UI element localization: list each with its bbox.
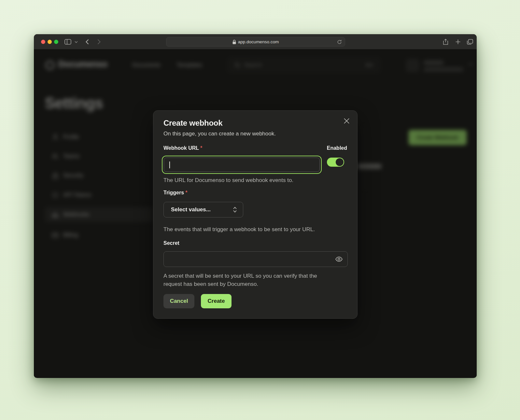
enabled-label: Enabled — [327, 145, 347, 151]
url-bar[interactable]: app.documenso.com — [166, 37, 345, 47]
cancel-button[interactable]: Cancel — [163, 294, 194, 308]
lock-icon — [232, 40, 236, 44]
text-caret — [169, 161, 170, 168]
dialog-description: On this page, you can create a new webho… — [163, 131, 276, 137]
forward-button[interactable] — [95, 34, 103, 49]
back-button[interactable] — [83, 34, 91, 49]
traffic-light-close[interactable] — [41, 40, 45, 44]
eye-icon[interactable] — [335, 256, 343, 263]
triggers-label: Triggers * — [163, 190, 188, 196]
triggers-select-placeholder: Select values... — [171, 206, 211, 213]
toolbar-chevron-down-icon[interactable] — [74, 34, 79, 49]
webhook-url-label: Webhook URL * — [163, 145, 202, 151]
dialog-title: Create webhook — [163, 119, 222, 128]
webhook-url-focus-ring — [162, 156, 322, 174]
create-webhook-dialog: Create webhook On this page, you can cre… — [153, 110, 358, 319]
url-text: app.documenso.com — [238, 39, 279, 44]
create-button[interactable]: Create — [201, 294, 232, 308]
webhook-url-helper: The URL for Documenso to send webhook ev… — [163, 176, 293, 184]
new-tab-icon[interactable] — [454, 34, 462, 49]
tab-overview-icon[interactable] — [466, 34, 474, 49]
sidebar-toggle-icon[interactable] — [63, 34, 72, 49]
page-content: Documenso Documents Templates Search ⌘K … — [34, 49, 477, 378]
enabled-toggle[interactable] — [327, 158, 344, 167]
triggers-helper: The events that will trigger a webhook t… — [163, 225, 315, 233]
share-icon[interactable] — [442, 34, 449, 49]
secret-input[interactable] — [163, 251, 348, 267]
required-asterisk: * — [186, 190, 188, 195]
secret-label: Secret — [163, 240, 179, 246]
browser-toolbar: app.documenso.com — [34, 34, 477, 49]
browser-window: app.documenso.com Documen — [34, 34, 477, 378]
traffic-light-zoom[interactable] — [54, 40, 58, 44]
chevrons-up-down-icon — [233, 207, 237, 213]
secret-helper: A secret that will be sent to your URL s… — [163, 272, 334, 288]
traffic-light-minimize[interactable] — [48, 40, 52, 44]
toggle-knob — [336, 158, 344, 166]
triggers-select[interactable]: Select values... — [163, 202, 243, 217]
close-icon[interactable] — [343, 117, 350, 124]
required-asterisk: * — [200, 145, 202, 151]
reload-icon[interactable] — [337, 39, 342, 45]
webhook-url-input[interactable] — [164, 158, 320, 172]
